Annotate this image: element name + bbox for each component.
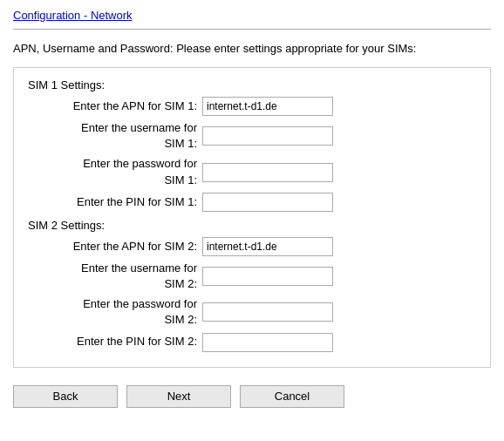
sim2-username-row: Enter the username forSIM 2: [28, 261, 476, 292]
sim1-apn-input[interactable] [202, 97, 333, 116]
sim2-pin-label: Enter the PIN for SIM 2: [28, 334, 202, 349]
sim1-username-input[interactable] [202, 126, 333, 146]
sim1-pin-label: Enter the PIN for SIM 1: [28, 194, 202, 210]
header-divider [13, 29, 491, 30]
sim2-pin-row: Enter the PIN for SIM 2: [28, 333, 476, 352]
sim1-apn-label: Enter the APN for SIM 1: [28, 98, 202, 114]
sim2-password-label: Enter the password forSIM 2: [28, 296, 202, 328]
back-button[interactable]: Back [13, 385, 118, 408]
section-description: APN, Username and Password: Please enter… [13, 42, 491, 55]
sim2-apn-label: Enter the APN for SIM 2: [28, 239, 202, 254]
sim2-pin-input[interactable] [202, 333, 333, 352]
sim1-pin-row: Enter the PIN for SIM 1: [28, 193, 476, 212]
cancel-button[interactable]: Cancel [240, 385, 344, 408]
sim2-username-input[interactable] [202, 267, 333, 286]
sim2-username-label: Enter the username forSIM 2: [28, 261, 202, 292]
button-row: Back Next Cancel [13, 385, 491, 408]
sim2-group-title: SIM 2 Settings: [28, 219, 476, 232]
sim1-password-row: Enter the password forSIM 1: [28, 156, 476, 187]
sim1-username-label: Enter the username forSIM 1: [28, 120, 202, 152]
next-button[interactable]: Next [126, 385, 231, 408]
sim2-apn-row: Enter the APN for SIM 2: [28, 237, 476, 256]
sim1-username-row: Enter the username forSIM 1: [28, 120, 476, 152]
sim1-group-title: SIM 1 Settings: [28, 78, 476, 92]
sim1-apn-row: Enter the APN for SIM 1: [28, 97, 476, 116]
sim2-apn-input[interactable] [202, 237, 333, 256]
sim1-password-input[interactable] [202, 163, 333, 182]
sim2-password-row: Enter the password forSIM 2: [28, 296, 476, 328]
sim1-password-label: Enter the password forSIM 1: [28, 156, 202, 187]
page-title-link[interactable]: Configuration - Network [13, 9, 133, 22]
sim2-password-input[interactable] [202, 302, 333, 322]
form-container: SIM 1 Settings: Enter the APN for SIM 1:… [13, 67, 491, 368]
sim1-pin-input[interactable] [202, 193, 333, 212]
